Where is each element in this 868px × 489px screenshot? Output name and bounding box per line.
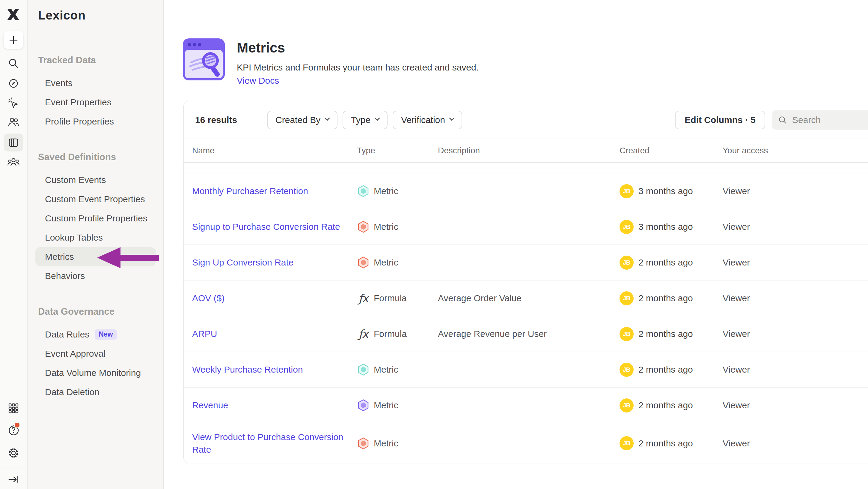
metric-name-link[interactable]: Revenue bbox=[192, 399, 228, 411]
sidebar-title: Lexicon bbox=[38, 8, 163, 23]
filter-verification[interactable]: Verification bbox=[393, 111, 462, 129]
created-time: 2 months ago bbox=[639, 293, 693, 303]
type-label: Metric bbox=[374, 257, 398, 267]
access-cell: Viewer bbox=[723, 400, 868, 410]
annotation-arrow bbox=[96, 247, 159, 269]
avatar: JB bbox=[620, 398, 633, 412]
table-row: AOV ($) ƒxFormula Average Order Value JB… bbox=[184, 281, 868, 316]
avatar: JB bbox=[620, 256, 633, 270]
search-icon bbox=[778, 115, 787, 125]
table-row: ARPU ƒxFormula Average Revenue per User … bbox=[184, 316, 868, 352]
search-box[interactable] bbox=[772, 110, 868, 130]
new-badge: New bbox=[95, 329, 117, 340]
metric-name-link[interactable]: Sign Up Conversion Rate bbox=[192, 256, 294, 269]
created-time: 2 months ago bbox=[639, 438, 693, 449]
sidebar-item-behaviors[interactable]: Behaviors bbox=[45, 266, 156, 286]
view-docs-link[interactable]: View Docs bbox=[237, 76, 279, 86]
type-label: Metric bbox=[374, 438, 398, 449]
table-row: Sign Up Conversion Rate Metric JB2 month… bbox=[184, 245, 868, 281]
app-rail bbox=[0, 0, 28, 489]
filter-type[interactable]: Type bbox=[343, 111, 388, 129]
data-governance-list: Data RulesNew Event Approval Data Volume… bbox=[38, 325, 156, 402]
col-type: Type bbox=[357, 146, 435, 155]
table-row: View Product to Purchase Conversion Rate… bbox=[184, 423, 868, 463]
sidebar-item-data-volume-monitoring[interactable]: Data Volume Monitoring bbox=[45, 363, 156, 382]
metric-name-link[interactable]: Monthly Purchaser Retention bbox=[192, 185, 308, 197]
access-cell: Viewer bbox=[723, 257, 868, 267]
avatar: JB bbox=[620, 327, 633, 341]
avatar: JB bbox=[620, 291, 633, 306]
avatar: JB bbox=[620, 436, 633, 450]
created-time: 2 months ago bbox=[639, 257, 693, 267]
metric-name-link[interactable]: AOV ($) bbox=[192, 292, 224, 305]
created-time: 2 months ago bbox=[639, 329, 693, 339]
plus-icon bbox=[8, 35, 19, 45]
collapse-exit-icon[interactable] bbox=[7, 473, 20, 486]
table-row: Signup to Purchase Conversion Rate Metri… bbox=[184, 209, 868, 245]
sidebar-item-data-rules[interactable]: Data RulesNew bbox=[45, 325, 156, 344]
table-row: Revenue Metric JB2 months ago Viewer bbox=[184, 387, 868, 423]
table-toolbar: 16 results Created By Type Verification … bbox=[184, 101, 868, 139]
avatar: JB bbox=[620, 220, 633, 234]
sidebar-item-event-properties[interactable]: Event Properties bbox=[45, 93, 156, 112]
data-rules-label: Data Rules bbox=[45, 329, 89, 340]
metric-hexagon-orange-icon bbox=[357, 437, 370, 450]
type-label: Metric bbox=[374, 186, 398, 196]
col-name: Name bbox=[192, 146, 357, 155]
tracked-data-list: Events Event Properties Profile Properti… bbox=[38, 74, 156, 131]
metric-name-link[interactable]: Weekly Purchase Retention bbox=[192, 363, 303, 376]
sidebar-item-lookup-tables[interactable]: Lookup Tables bbox=[45, 228, 156, 247]
col-created: Created bbox=[618, 146, 723, 155]
section-data-governance: Data Governance bbox=[38, 306, 163, 317]
sidebar-item-custom-events[interactable]: Custom Events bbox=[45, 170, 156, 190]
type-label: Formula bbox=[374, 293, 407, 303]
sidebar-item-custom-profile-properties[interactable]: Custom Profile Properties bbox=[45, 209, 156, 228]
access-cell: Viewer bbox=[723, 329, 868, 339]
table-header: Name Type Description Created Your acces… bbox=[184, 139, 868, 163]
mixpanel-logo-icon[interactable] bbox=[6, 8, 20, 21]
boards-icon[interactable] bbox=[7, 136, 20, 149]
col-your-access: Your access bbox=[723, 146, 868, 155]
type-label: Metric bbox=[374, 365, 398, 375]
section-saved-definitions: Saved Definitions bbox=[38, 152, 163, 163]
cohorts-icon[interactable] bbox=[7, 156, 20, 169]
description-cell: Average Order Value bbox=[435, 293, 618, 303]
search-input[interactable] bbox=[792, 115, 864, 125]
metrics-app-icon bbox=[183, 38, 225, 80]
metric-name-link[interactable]: ARPU bbox=[192, 327, 217, 340]
compass-icon[interactable] bbox=[7, 77, 20, 90]
access-cell: Viewer bbox=[723, 293, 868, 303]
lexicon-sidebar: Lexicon Tracked Data Events Event Proper… bbox=[28, 0, 164, 489]
avatar: JB bbox=[620, 184, 633, 198]
toolbar-divider bbox=[250, 113, 250, 127]
metric-name-link[interactable]: View Product to Purchase Conversion Rate bbox=[192, 431, 348, 456]
sidebar-item-profile-properties[interactable]: Profile Properties bbox=[45, 112, 156, 131]
created-time: 2 months ago bbox=[639, 365, 693, 375]
access-cell: Viewer bbox=[723, 186, 868, 196]
metrics-table-card: 16 results Created By Type Verification … bbox=[183, 101, 868, 463]
created-time: 3 months ago bbox=[639, 186, 693, 196]
settings-gear-icon[interactable] bbox=[7, 447, 20, 459]
apps-grid-icon[interactable] bbox=[7, 402, 20, 414]
metric-hexagon-orange-icon bbox=[357, 256, 370, 269]
create-new-button[interactable] bbox=[4, 31, 23, 49]
magic-cursor-icon[interactable] bbox=[7, 96, 20, 109]
sidebar-item-custom-event-properties[interactable]: Custom Event Properties bbox=[45, 190, 156, 209]
created-time: 3 months ago bbox=[639, 222, 693, 232]
section-tracked-data: Tracked Data bbox=[38, 55, 163, 66]
type-label: Metric bbox=[374, 222, 398, 232]
search-nav-icon[interactable] bbox=[7, 57, 20, 69]
sidebar-item-data-deletion[interactable]: Data Deletion bbox=[45, 382, 156, 402]
filter-created-by[interactable]: Created By bbox=[267, 111, 338, 129]
chevron-down-icon bbox=[324, 115, 330, 121]
sidebar-item-event-approval[interactable]: Event Approval bbox=[45, 344, 156, 363]
formula-fx-icon: ƒx bbox=[357, 327, 370, 341]
metric-name-link[interactable]: Signup to Purchase Conversion Rate bbox=[192, 221, 340, 233]
edit-columns-button[interactable]: Edit Columns · 5 bbox=[675, 111, 765, 129]
results-count: 16 results bbox=[195, 115, 237, 125]
users-icon[interactable] bbox=[7, 116, 20, 128]
table-row: Weekly Purchase Retention Metric JB2 mon… bbox=[184, 352, 868, 387]
access-cell: Viewer bbox=[723, 365, 868, 375]
formula-fx-icon: ƒx bbox=[357, 292, 370, 305]
sidebar-item-events[interactable]: Events bbox=[45, 74, 156, 93]
